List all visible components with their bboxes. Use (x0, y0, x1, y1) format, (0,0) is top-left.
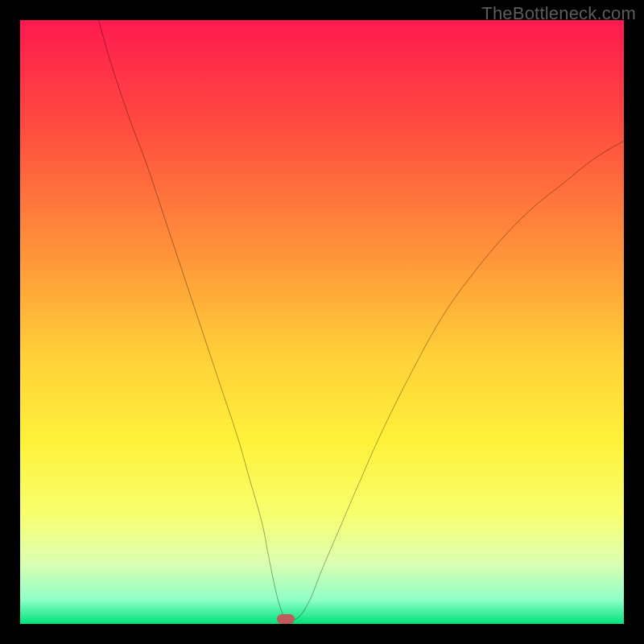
watermark-label: TheBottleneck.com (481, 3, 636, 24)
chart-plot-area (20, 20, 624, 624)
curve-minimum-marker (277, 614, 295, 624)
bottleneck-curve (20, 20, 624, 624)
chart-frame: TheBottleneck.com (0, 0, 644, 644)
